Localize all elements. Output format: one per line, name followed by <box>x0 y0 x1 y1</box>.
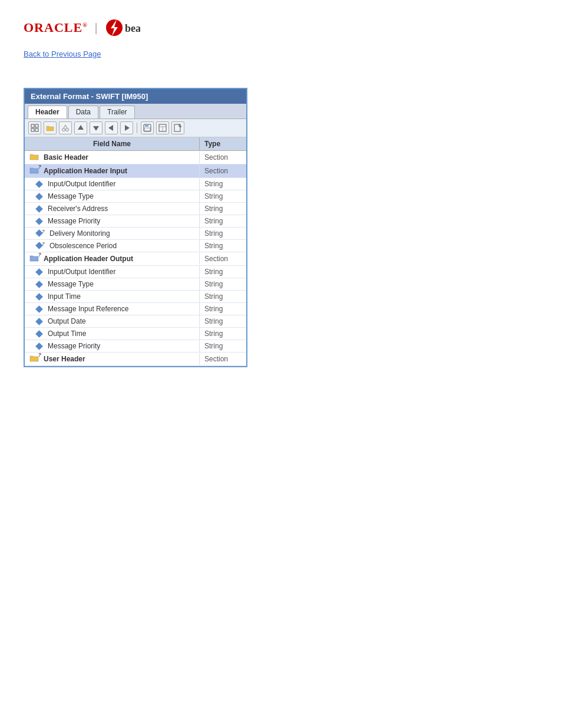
row-label: Message Priority <box>48 342 100 350</box>
diamond-icon <box>35 268 43 276</box>
toolbar-folder-icon[interactable] <box>44 121 57 134</box>
panel-title: External Format - SWIFT [IM950] <box>25 89 246 104</box>
diamond-icon <box>35 293 43 301</box>
row-label: Basic Header <box>44 153 88 162</box>
table-row[interactable]: Message Priority String <box>25 340 246 353</box>
row-type: String <box>199 203 246 215</box>
svg-rect-17 <box>144 128 150 131</box>
row-type: String <box>199 240 246 252</box>
table-row[interactable]: Message Input Reference String <box>25 303 246 315</box>
toolbar <box>25 119 246 137</box>
diamond-optional-icon: ? <box>37 229 45 238</box>
logo-area: ORACLE® | bea <box>24 18 538 38</box>
row-label: Input/Output Identifier <box>48 180 115 188</box>
row-field: Message Type <box>25 278 199 290</box>
toolbar-left-icon[interactable] <box>105 121 118 134</box>
row-field: ? Obsolescence Period <box>25 240 199 252</box>
row-label: Application Header Input <box>44 167 127 175</box>
toolbar-up-icon[interactable] <box>74 121 87 134</box>
row-type: String <box>199 266 246 278</box>
row-field: Basic Header <box>25 151 199 164</box>
col-header-field: Field Name <box>25 137 199 150</box>
tab-header[interactable]: Header <box>28 106 67 118</box>
toolbar-down-icon[interactable] <box>90 121 103 134</box>
back-link[interactable]: Back to Previous Page <box>24 50 101 58</box>
svg-rect-5 <box>31 129 34 131</box>
row-field: Input Time <box>25 291 199 302</box>
table-row[interactable]: ? Application Header Output Section <box>25 252 246 266</box>
row-field: Input/Output Identifier <box>25 266 199 278</box>
table-row[interactable]: ? Obsolescence Period String <box>25 240 246 252</box>
table-row[interactable]: ? Delivery Monitoring String <box>25 228 246 240</box>
toolbar-table-icon[interactable] <box>156 121 169 134</box>
svg-marker-14 <box>125 125 130 131</box>
svg-rect-6 <box>35 129 38 131</box>
svg-marker-13 <box>108 125 113 131</box>
table-row[interactable]: ? Application Header Input Section <box>25 164 246 178</box>
table-row[interactable]: Basic Header Section <box>25 151 246 164</box>
diamond-icon <box>35 180 43 188</box>
row-field: ? Application Header Input <box>25 164 199 177</box>
row-type: String <box>199 215 246 227</box>
toolbar-separator-1 <box>137 123 137 133</box>
table-row[interactable]: Receiver's Address String <box>25 203 246 215</box>
row-label: Message Type <box>48 280 94 288</box>
folder-icon: ? <box>29 166 39 176</box>
diamond-icon <box>35 318 43 325</box>
row-type: String <box>199 291 246 302</box>
table-row[interactable]: Output Date String <box>25 315 246 328</box>
diamond-icon <box>35 330 43 338</box>
row-label: Message Type <box>48 192 94 200</box>
table-body: Basic Header Section ? Application Heade… <box>25 151 246 366</box>
page-wrapper: ORACLE® | bea Back to Previous Page Exte… <box>0 0 562 385</box>
folder-icon: ? <box>29 354 39 364</box>
table-row[interactable]: Output Time String <box>25 328 246 340</box>
row-type: String <box>199 328 246 340</box>
row-field: Message Priority <box>25 215 199 227</box>
svg-line-10 <box>65 125 67 129</box>
svg-text:bea: bea <box>125 22 140 34</box>
row-field: ? User Header <box>25 353 199 365</box>
table-row[interactable]: Input/Output Identifier String <box>25 266 246 278</box>
svg-point-8 <box>66 129 69 131</box>
diamond-icon <box>35 193 43 200</box>
toolbar-right-icon[interactable] <box>120 121 133 134</box>
row-field: Output Date <box>25 315 199 327</box>
table-row[interactable]: Message Priority String <box>25 215 246 228</box>
content-area: External Format - SWIFT [IM950] Header D… <box>24 88 538 367</box>
row-type: String <box>199 315 246 327</box>
nav-link-area: Back to Previous Page <box>24 50 538 76</box>
row-field: Receiver's Address <box>25 203 199 215</box>
table-row[interactable]: Message Type String <box>25 190 246 203</box>
toolbar-export-icon[interactable] <box>171 121 184 134</box>
table-row[interactable]: Input/Output Identifier String <box>25 178 246 190</box>
row-label: Output Date <box>48 317 86 325</box>
row-label: Delivery Monitoring <box>49 229 110 238</box>
toolbar-save-icon[interactable] <box>141 121 154 134</box>
toolbar-scissors-icon[interactable] <box>59 121 72 134</box>
toolbar-grid-icon[interactable] <box>28 121 41 134</box>
row-field: Message Type <box>25 190 199 202</box>
tab-data[interactable]: Data <box>68 106 98 118</box>
row-label: Input Time <box>48 292 81 301</box>
row-type: Section <box>199 165 246 177</box>
row-field: Input/Output Identifier <box>25 178 199 190</box>
row-type: String <box>199 190 246 202</box>
diamond-optional-icon: ? <box>37 242 45 250</box>
diamond-icon <box>35 305 43 313</box>
table-row[interactable]: Input Time String <box>25 291 246 303</box>
bea-logo: bea <box>105 18 140 38</box>
table-header: Field Name Type <box>25 137 246 151</box>
row-label: Obsolescence Period <box>49 242 117 250</box>
row-type: Section <box>199 353 246 365</box>
table-row[interactable]: ? User Header Section <box>25 353 246 366</box>
svg-rect-4 <box>35 124 38 127</box>
row-label: Input/Output Identifier <box>48 268 115 276</box>
row-type: Section <box>199 151 246 163</box>
row-field: ? Application Header Output <box>25 252 199 265</box>
table-row[interactable]: Message Type String <box>25 278 246 291</box>
col-header-type: Type <box>199 137 246 150</box>
diamond-icon <box>35 342 43 350</box>
tab-trailer[interactable]: Trailer <box>100 106 135 118</box>
row-label: User Header <box>44 355 85 363</box>
